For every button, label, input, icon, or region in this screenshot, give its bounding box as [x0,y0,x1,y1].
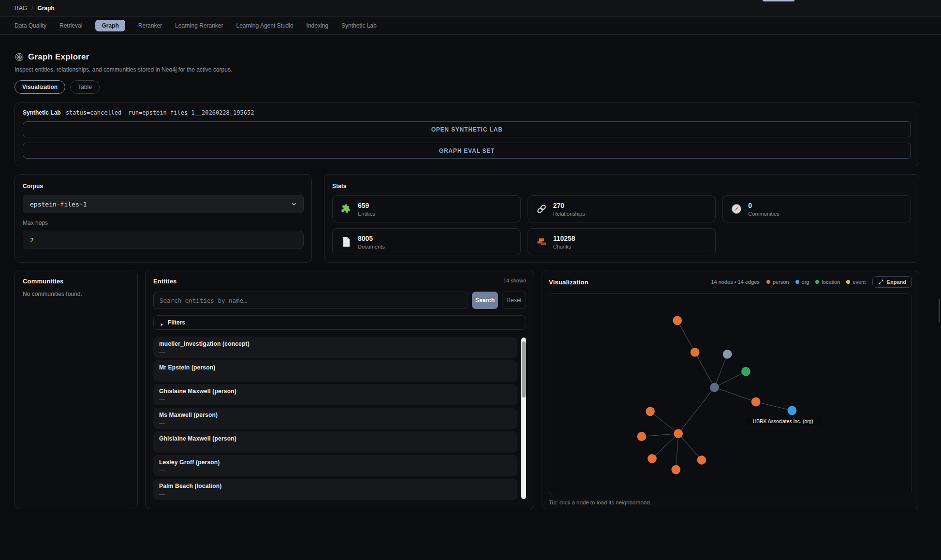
top-edge-highlight [763,0,794,1]
entity-list-item[interactable]: Ghislaine Maxwell (person) — [153,431,517,453]
breadcrumb-root[interactable]: RAG [15,5,27,12]
tab-learning-agent-studio[interactable]: Learning Agent Studio [236,22,294,29]
toggle-table[interactable]: Table [70,80,100,94]
entities-title: Entities [153,278,526,285]
caret-right-icon [160,320,164,325]
chevron-down-icon [291,201,297,207]
stat-card-documents: 8005 Documents [332,228,521,255]
filters-toggle[interactable]: Filters [153,315,526,330]
expand-button[interactable]: Expand [872,276,912,288]
entity-list-item[interactable]: Ghislaine Maxwell (person) — [153,384,517,405]
graph-canvas-svg: HBRK Associates Inc. (org) [549,294,912,495]
top-bar: RAG / Graph [0,0,941,17]
page-scrollbar-thumb[interactable] [939,299,940,322]
corpus-panel: Corpus epstein-files-1 Max hops [15,174,312,263]
stat-value-relationships: 270 [553,202,585,209]
legend-org: org [795,279,809,285]
event-dot-icon [846,280,850,284]
entities-shown-count: 14 shown [503,278,526,283]
svg-text:HBRK Associates Inc. (org): HBRK Associates Inc. (org) [753,419,813,424]
stat-value-documents: 8005 [358,235,385,242]
page-subtitle: Inspect entities, relationships, and com… [15,66,919,73]
bricks-icon [536,236,547,248]
tab-bar: Data Quality Retrieval Graph Reranker Le… [0,17,941,35]
org-dot-icon [795,280,799,284]
entities-panel: Entities 14 shown Search Reset Filters m… [145,270,534,509]
tab-retrieval[interactable]: Retrieval [59,22,82,29]
link-icon [536,203,547,215]
entity-list-item[interactable]: Palm Beach (location) — [153,479,517,500]
stat-label-documents: Documents [358,244,385,250]
visualization-panel: Visualization 14 nodes • 14 edges person… [542,270,919,509]
stat-card-relationships: 270 Relationships [528,195,716,222]
legend-event: event [846,279,866,285]
communities-empty-text: No communities found. [23,291,130,297]
filters-label: Filters [168,319,185,326]
entity-list-scrollbar-track [521,338,526,499]
document-icon [340,236,352,248]
puzzle-icon [340,203,352,215]
communities-title: Communities [23,278,130,285]
entity-reset-button[interactable]: Reset [502,292,526,309]
max-hops-label: Max hops [23,220,304,226]
breadcrumb-separator: / [31,5,33,12]
entity-list-scrollbar-thumb[interactable] [522,341,526,398]
entity-list: mueller_investigation (concept) — Mr Eps… [153,337,526,500]
entity-list-item[interactable]: mueller_investigation (concept) — [153,337,517,358]
visualization-title: Visualization [549,279,588,286]
breadcrumb-current: Graph [37,5,54,12]
toggle-visualization[interactable]: Visualization [15,80,65,94]
entity-list-item[interactable]: Lesley Groff (person) — [153,455,517,476]
stat-label-chunks: Chunks [553,244,575,250]
graph-eval-set-button[interactable]: GRAPH EVAL SET [23,143,911,159]
corpus-label: Corpus [23,183,43,190]
synthetic-lab-status: status=cancelledrun=epstein-files-1__202… [66,109,254,116]
synthetic-lab-title: Synthetic Lab [23,109,61,116]
corpus-select[interactable]: epstein-files-1 [23,195,304,213]
legend-person: person [766,279,789,285]
person-dot-icon [766,280,770,284]
stats-panel: Stats 659 Entities [324,174,919,263]
entity-list-item[interactable]: Mr Epstein (person) — [153,360,517,382]
legend-location: location [815,279,840,285]
stat-label-entities: Entities [358,211,375,217]
main-content: Graph Explorer Inspect entities, relatio… [0,52,941,509]
page-title: Graph Explorer [28,52,89,62]
stat-label-relationships: Relationships [553,211,585,217]
stat-card-communities: 0 Communities [722,195,911,222]
stat-value-communities: 0 [748,202,779,209]
corpus-selected-value: epstein-files-1 [30,201,87,208]
view-toggle: Visualization Table [15,80,919,94]
tab-data-quality[interactable]: Data Quality [15,22,46,29]
expand-icon [878,279,884,285]
compass-icon [731,203,742,215]
stats-label: Stats [332,183,346,190]
graph-summary: 14 nodes • 14 edges [711,279,760,285]
synthetic-lab-panel: Synthetic Lab status=cancelledrun=epstei… [15,103,919,166]
tab-synthetic-lab[interactable]: Synthetic Lab [341,22,377,29]
tab-reranker[interactable]: Reranker [138,22,162,29]
entity-list-item[interactable]: Ms Maxwell (person) — [153,408,517,429]
stat-value-entities: 659 [358,202,375,209]
stat-card-chunks: 110258 Chunks [528,228,716,255]
web-icon [15,52,24,62]
tab-graph[interactable]: Graph [95,20,125,31]
graph-tip: Tip: click a node to load its neighborho… [549,500,912,505]
stat-value-chunks: 110258 [553,235,575,242]
open-synthetic-lab-button[interactable]: OPEN SYNTHETIC LAB [23,121,911,137]
max-hops-input[interactable] [23,231,304,249]
stat-card-entities: 659 Entities [332,195,521,222]
entity-search-input[interactable] [153,292,468,309]
graph-legend: person org location event [766,279,866,285]
tab-indexing[interactable]: Indexing [307,22,328,29]
tab-learning-reranker[interactable]: Learning Reranker [175,22,223,29]
location-dot-icon [815,280,819,284]
stat-label-communities: Communities [748,211,779,217]
graph-canvas[interactable]: HBRK Associates Inc. (org) [549,293,912,495]
communities-panel: Communities No communities found. [15,270,138,509]
entity-search-button[interactable]: Search [472,292,498,309]
